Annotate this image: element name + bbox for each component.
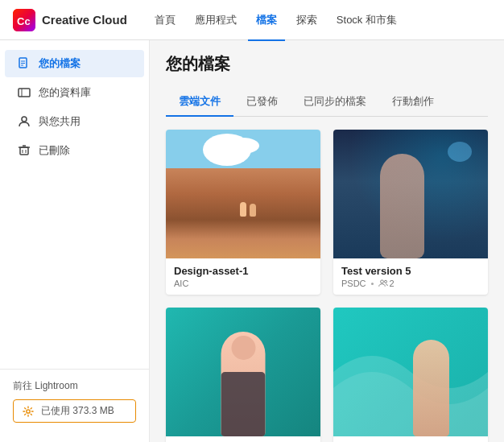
teal-image <box>166 308 320 436</box>
trash-icon <box>18 144 31 157</box>
aqua-image <box>333 130 488 258</box>
file-info-1: Design-asset-1 AIC <box>166 258 320 295</box>
meta-dot-2 <box>371 283 374 285</box>
nav-home[interactable]: 首頁 <box>147 10 184 31</box>
file-meta-1: AIC <box>174 279 312 288</box>
sidebar: 您的檔案 您的資料庫 與您共用 <box>0 40 150 442</box>
person-icon <box>18 115 31 128</box>
tab-cloud[interactable]: 雲端文件 <box>166 88 233 117</box>
file-thumb-2 <box>333 130 488 258</box>
file-card-2[interactable]: Test version 5 PSDC 2 <box>333 130 488 295</box>
nav-discover[interactable]: 探索 <box>288 10 325 31</box>
tab-mobile[interactable]: 行動創作 <box>379 88 447 117</box>
sidebar-label-deleted: 已刪除 <box>39 143 70 158</box>
tab-published[interactable]: 已發佈 <box>233 88 291 117</box>
file-card-4[interactable] <box>333 308 488 442</box>
file-thumb-3 <box>166 308 320 436</box>
file-info-3 <box>166 436 320 442</box>
sidebar-bottom: 前往 Lightroom 已使用 373.3 MB <box>0 369 149 432</box>
tab-synced[interactable]: 已同步的檔案 <box>291 88 379 117</box>
cc-logo-icon: Cc Cc <box>13 9 35 31</box>
svg-point-18 <box>384 280 386 283</box>
file-name-1: Design-asset-1 <box>174 265 312 277</box>
svg-rect-11 <box>20 147 28 155</box>
file-thumb-1 <box>166 130 320 258</box>
app-title: Creative Cloud <box>42 13 127 27</box>
sidebar-item-your-files[interactable]: 您的檔案 <box>5 50 144 77</box>
file-card-1[interactable]: Design-asset-1 AIC <box>166 130 320 295</box>
collaborators-2: 2 <box>378 279 395 288</box>
file-type-1: AIC <box>174 279 188 288</box>
storage-label: 已使用 373.3 MB <box>41 404 114 418</box>
sidebar-label-library: 您的資料庫 <box>39 85 91 100</box>
goto-lightroom[interactable]: 前往 Lightroom <box>13 379 136 393</box>
file-type-2: PSDC <box>341 279 366 288</box>
main-layout: 您的檔案 您的資料庫 與您共用 <box>0 40 504 442</box>
file-icon <box>18 57 31 70</box>
nav-stock[interactable]: Stock 和市集 <box>328 10 405 31</box>
page-title: 您的檔案 <box>166 53 488 75</box>
logo-area: Cc Cc Creative Cloud <box>13 9 127 31</box>
sidebar-label-your-files: 您的檔案 <box>39 56 81 71</box>
content-area: 您的檔案 雲端文件 已發佈 已同步的檔案 行動創作 Design-asse <box>150 40 504 442</box>
gear-icon <box>22 405 35 418</box>
library-icon <box>18 86 31 99</box>
file-thumb-4 <box>333 308 488 436</box>
content-tabs: 雲端文件 已發佈 已同步的檔案 行動創作 <box>166 88 488 117</box>
top-nav: Cc Cc Creative Cloud 首頁 應用程式 檔案 探索 Stock… <box>0 0 504 40</box>
nav-apps[interactable]: 應用程式 <box>187 10 245 31</box>
file-info-4 <box>333 436 488 442</box>
storage-badge[interactable]: 已使用 373.3 MB <box>13 399 136 423</box>
svg-point-16 <box>27 409 30 412</box>
sidebar-item-library[interactable]: 您的資料庫 <box>5 79 144 106</box>
file-card-3[interactable] <box>166 308 320 442</box>
svg-point-17 <box>380 280 383 283</box>
nav-files[interactable]: 檔案 <box>248 10 285 31</box>
sidebar-item-shared[interactable]: 與您共用 <box>5 108 144 135</box>
file-meta-2: PSDC 2 <box>341 279 480 288</box>
file-grid: Design-asset-1 AIC Test version 5 <box>166 130 488 442</box>
sidebar-label-shared: 與您共用 <box>39 114 81 129</box>
teal2-image <box>333 308 488 436</box>
svg-text:Cc: Cc <box>17 15 31 27</box>
file-name-2: Test version 5 <box>341 265 480 277</box>
desert-image <box>166 130 320 258</box>
svg-rect-8 <box>19 89 30 97</box>
svg-point-10 <box>22 117 27 122</box>
file-info-2: Test version 5 PSDC 2 <box>333 258 488 295</box>
sidebar-item-deleted[interactable]: 已刪除 <box>5 137 144 164</box>
nav-links: 首頁 應用程式 檔案 探索 Stock 和市集 <box>147 10 405 31</box>
